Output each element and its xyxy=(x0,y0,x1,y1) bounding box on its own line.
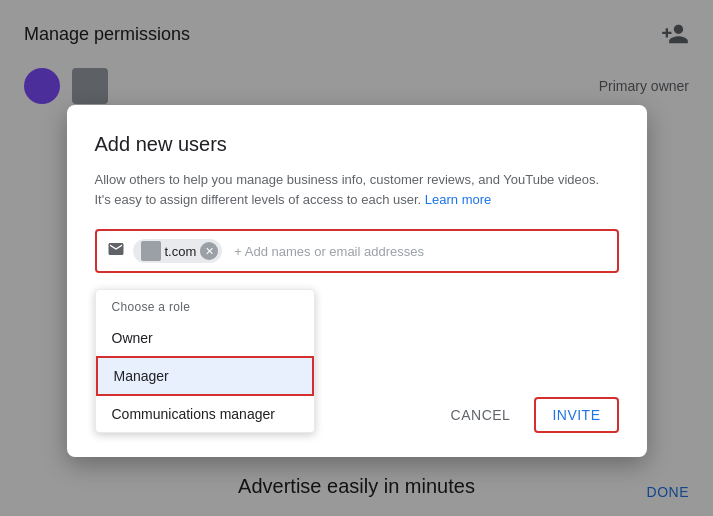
add-users-dialog: Add new users Allow others to help you m… xyxy=(67,105,647,457)
chip-text: t.com xyxy=(165,244,197,259)
dropdown-menu: Choose a role Owner Manager Communicatio… xyxy=(95,289,315,433)
cancel-button[interactable]: CANCEL xyxy=(435,399,527,431)
manager-label: Manager xyxy=(114,368,169,384)
invite-button[interactable]: INVITE xyxy=(534,397,618,433)
chip-close-button[interactable]: ✕ xyxy=(200,242,218,260)
chip-avatar xyxy=(141,241,161,261)
owner-label: Owner xyxy=(112,330,153,346)
email-input-area[interactable]: t.com ✕ + Add names or email addresses xyxy=(95,229,619,273)
comms-manager-label: Communications manager xyxy=(112,406,275,422)
email-icon xyxy=(107,240,125,262)
email-chip: t.com ✕ xyxy=(133,239,223,263)
email-placeholder: + Add names or email addresses xyxy=(234,244,424,259)
learn-more-link[interactable]: Learn more xyxy=(425,192,491,207)
dialog-desc-text: Allow others to help you manage business… xyxy=(95,172,600,207)
dropdown-item-owner[interactable]: Owner xyxy=(96,320,314,356)
dropdown-header: Choose a role xyxy=(96,290,314,320)
dialog-description: Allow others to help you manage business… xyxy=(95,170,619,209)
role-dropdown[interactable]: Choose a role Owner Manager Communicatio… xyxy=(95,289,315,433)
dropdown-item-comms-manager[interactable]: Communications manager xyxy=(96,396,314,432)
dropdown-item-manager[interactable]: Manager xyxy=(96,356,314,396)
dialog-title: Add new users xyxy=(95,133,619,156)
